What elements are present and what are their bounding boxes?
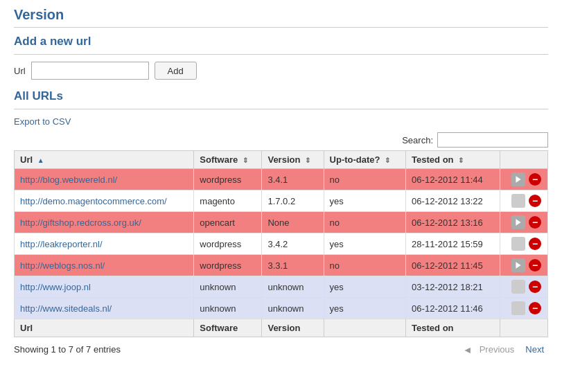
title-divider	[14, 27, 548, 28]
cell-tested_on: 06-12-2012 13:22	[406, 190, 500, 212]
previous-button[interactable]: Previous	[475, 343, 519, 356]
play-button[interactable]	[511, 172, 525, 186]
cell-url: http://leakreporter.nl/	[15, 233, 194, 255]
next-button[interactable]: Next	[521, 343, 548, 356]
url-link[interactable]: http://weblogs.nos.nl/	[20, 260, 105, 271]
action-cell: −	[506, 237, 542, 251]
action-cell: −	[506, 280, 542, 294]
cell-version: None	[262, 212, 324, 233]
col-url-label: Url	[20, 154, 33, 165]
cell-tested_on: 03-12-2012 18:21	[406, 276, 500, 298]
remove-button[interactable]: −	[528, 280, 542, 294]
cell-actions: −	[500, 212, 547, 233]
cell-actions: −	[500, 233, 547, 255]
footer-actions	[500, 319, 547, 337]
remove-button[interactable]: −	[528, 258, 542, 272]
svg-marker-1	[516, 219, 520, 226]
footer-uptodate	[324, 319, 406, 337]
play-placeholder	[511, 194, 525, 208]
action-cell: −	[506, 301, 542, 315]
cell-url: http://giftshop.redcross.org.uk/	[15, 212, 194, 233]
cell-url: http://weblogs.nos.nl/	[15, 255, 194, 276]
svg-marker-0	[516, 176, 520, 183]
col-uptodate[interactable]: Up-to-date? ⇕	[324, 151, 406, 169]
cell-software: wordpress	[194, 169, 262, 190]
remove-button[interactable]: −	[528, 237, 542, 251]
url-link[interactable]: http://giftshop.redcross.org.uk/	[20, 217, 141, 228]
showing-text: Showing 1 to 7 of 7 entries	[14, 344, 121, 355]
cell-url: http://demo.magentocommerce.com/	[15, 190, 194, 212]
cell-version: 1.7.0.2	[262, 190, 324, 212]
cell-software: magento	[194, 190, 262, 212]
table-row: http://weblogs.nos.nl/wordpress3.3.1no06…	[15, 255, 548, 276]
col-software[interactable]: Software ⇕	[194, 151, 262, 169]
url-input-row: Url Add	[14, 62, 548, 80]
svg-marker-2	[516, 262, 520, 269]
search-input[interactable]	[437, 132, 548, 148]
cell-uptodate: yes	[324, 276, 406, 298]
cell-uptodate: yes	[324, 190, 406, 212]
url-input[interactable]	[31, 62, 149, 80]
remove-icon: −	[529, 238, 541, 250]
footer-url: Url	[15, 319, 194, 337]
cell-uptodate: yes	[324, 233, 406, 255]
col-tested-on[interactable]: Tested on ⇕	[406, 151, 500, 169]
col-tested-on-label: Tested on	[412, 154, 453, 165]
play-placeholder	[511, 301, 525, 315]
table-row: http://blog.webwereld.nl/wordpress3.4.1n…	[15, 169, 548, 190]
action-cell: −	[506, 172, 542, 186]
url-link[interactable]: http://blog.webwereld.nl/	[20, 175, 117, 185]
add-url-title: Add a new url	[14, 35, 548, 48]
footer-software: Software	[194, 319, 262, 337]
url-link[interactable]: http://www.sitedeals.nl/	[20, 303, 112, 314]
remove-button[interactable]: −	[528, 194, 542, 208]
remove-button[interactable]: −	[528, 301, 542, 315]
url-link[interactable]: http://demo.magentocommerce.com/	[20, 196, 167, 206]
footer-bar: Showing 1 to 7 of 7 entries ◄ Previous N…	[14, 343, 548, 356]
action-cell: −	[506, 258, 542, 272]
col-software-label: Software	[200, 154, 238, 165]
add-button[interactable]: Add	[155, 62, 197, 80]
cell-actions: −	[500, 255, 547, 276]
col-version-label: Version	[267, 154, 300, 165]
cell-url: http://www.sitedeals.nl/	[15, 298, 194, 319]
play-button[interactable]	[511, 258, 525, 272]
cell-version: 3.4.1	[262, 169, 324, 190]
url-link[interactable]: http://www.joop.nl	[20, 282, 91, 292]
col-url[interactable]: Url ▲	[15, 151, 194, 169]
remove-icon: −	[529, 280, 541, 293]
remove-icon: −	[529, 216, 541, 229]
cell-actions: −	[500, 190, 547, 212]
cell-url: http://www.joop.nl	[15, 276, 194, 298]
action-cell: −	[506, 215, 542, 229]
cell-actions: −	[500, 298, 547, 319]
col-actions	[500, 151, 547, 169]
col-version[interactable]: Version ⇕	[262, 151, 324, 169]
export-csv-link[interactable]: Export to CSV	[14, 116, 71, 127]
sort-version-icon: ⇕	[305, 157, 310, 164]
cell-tested_on: 06-12-2012 11:46	[406, 298, 500, 319]
sort-software-icon: ⇕	[243, 157, 248, 164]
add-url-divider	[14, 54, 548, 55]
sort-uptodate-icon: ⇕	[385, 157, 390, 164]
cell-software: unknown	[194, 276, 262, 298]
table-row: http://www.joop.nlunknownunknownyes03-12…	[15, 276, 548, 298]
prev-chevron-icon: ◄	[463, 344, 473, 355]
remove-icon: −	[529, 173, 541, 186]
remove-icon: −	[529, 195, 541, 207]
cell-url: http://blog.webwereld.nl/	[15, 169, 194, 190]
url-link[interactable]: http://leakreporter.nl/	[20, 239, 103, 249]
all-urls-title: All URLs	[14, 89, 548, 103]
cell-uptodate: no	[324, 212, 406, 233]
pagination: ◄ Previous Next	[463, 343, 548, 356]
urls-table: Url ▲ Software ⇕ Version ⇕ Up-to-date? ⇕…	[14, 150, 548, 337]
cell-actions: −	[500, 276, 547, 298]
remove-button[interactable]: −	[528, 172, 542, 186]
play-placeholder	[511, 280, 525, 294]
remove-button[interactable]: −	[528, 215, 542, 229]
search-label: Search:	[402, 135, 433, 145]
footer-tested-on: Tested on	[406, 319, 500, 337]
play-button[interactable]	[511, 215, 525, 229]
cell-tested_on: 06-12-2012 11:45	[406, 255, 500, 276]
all-urls-divider	[14, 109, 548, 109]
